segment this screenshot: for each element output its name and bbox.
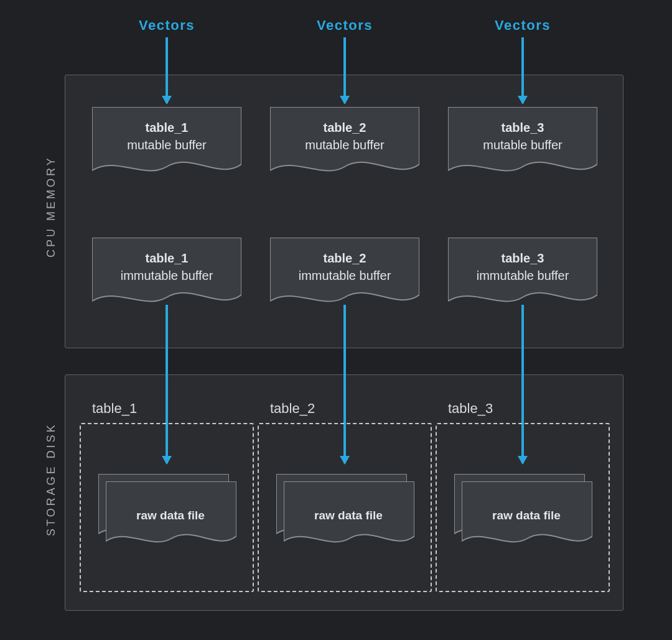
- mutable-buffer-1-title: table_1: [92, 121, 241, 135]
- mutable-buffer-1: table_1 mutable buffer: [92, 107, 241, 185]
- mutable-buffer-3-title: table_3: [448, 121, 597, 135]
- arrow-vectors-to-mutable-2: [343, 37, 346, 103]
- mutable-buffer-3: table_3 mutable buffer: [448, 107, 597, 185]
- disk-table-title-2: table_2: [270, 401, 315, 417]
- mutable-buffer-1-subtitle: mutable buffer: [92, 138, 241, 152]
- immutable-buffer-1-title: table_1: [92, 251, 241, 266]
- vectors-label-3: Vectors: [460, 17, 585, 34]
- data-file-stack-3: raw data file: [454, 474, 591, 555]
- immutable-buffer-3-subtitle: immutable buffer: [448, 269, 597, 283]
- data-file-label-2: raw data file: [284, 509, 413, 522]
- immutable-buffer-1-subtitle: immutable buffer: [92, 269, 241, 283]
- disk-table-title-3: table_3: [448, 401, 493, 417]
- mutable-buffer-2-title: table_2: [270, 121, 419, 135]
- disk-table-title-1: table_1: [92, 401, 137, 417]
- immutable-buffer-2-subtitle: immutable buffer: [270, 269, 419, 283]
- vectors-label-1: Vectors: [105, 17, 229, 34]
- cpu-memory-label: CPU MEMORY: [45, 155, 58, 257]
- immutable-buffer-2-title: table_2: [270, 251, 419, 266]
- mutable-buffer-2: table_2 mutable buffer: [270, 107, 419, 185]
- data-file-stack-2: raw data file: [276, 474, 413, 555]
- data-file-label-1: raw data file: [106, 509, 235, 522]
- arrow-vectors-to-mutable-1: [166, 37, 168, 103]
- vectors-label-2: Vectors: [282, 17, 407, 34]
- immutable-buffer-2: table_2 immutable buffer: [270, 238, 419, 315]
- data-file-stack-1: raw data file: [98, 474, 235, 555]
- immutable-buffer-3: table_3 immutable buffer: [448, 238, 597, 315]
- mutable-buffer-2-subtitle: mutable buffer: [270, 138, 419, 152]
- immutable-buffer-3-title: table_3: [448, 251, 597, 266]
- mutable-buffer-3-subtitle: mutable buffer: [448, 138, 597, 152]
- storage-disk-label: STORAGE DISK: [45, 422, 58, 536]
- architecture-diagram: Vectors Vectors Vectors CPU MEMORY STORA…: [0, 0, 672, 640]
- immutable-buffer-1: table_1 immutable buffer: [92, 238, 241, 315]
- data-file-label-3: raw data file: [462, 509, 591, 522]
- arrow-vectors-to-mutable-3: [521, 37, 524, 103]
